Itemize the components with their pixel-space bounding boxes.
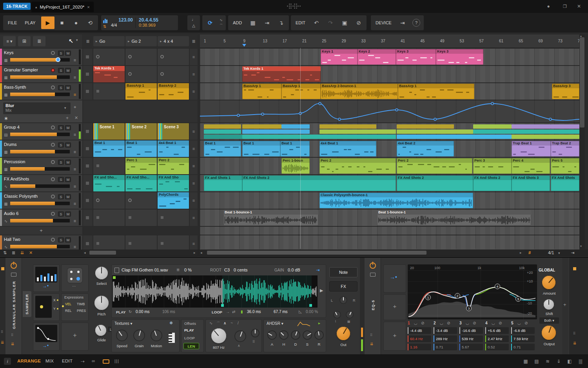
record-arm-button[interactable] (51, 160, 55, 164)
freeze-icon[interactable]: ❄ (169, 321, 173, 326)
play-length-value[interactable]: 106 ms (162, 310, 175, 314)
offset-loop[interactable]: LOOP (184, 336, 195, 340)
speaker-icon[interactable]: ◧ (565, 358, 574, 364)
launcher-clip[interactable]: Perc 1 (125, 158, 157, 174)
clip-stop-button[interactable] (86, 164, 89, 168)
eq-device-header[interactable]: EQ-5⠿⇊ (365, 258, 381, 355)
eq-add-slot-2[interactable]: + (383, 322, 406, 351)
cancel-icon[interactable]: ⊘ (352, 16, 365, 29)
launcher-clip[interactable]: Beat 1 (93, 140, 125, 157)
mute-button[interactable]: M (65, 237, 71, 242)
envelope-title[interactable]: AHDSR ▾ (267, 321, 283, 326)
solo-button[interactable]: S (58, 211, 64, 217)
slot-record-icon[interactable] (128, 72, 132, 76)
track-row-percussion[interactable]: PercussionSM▦≡ (0, 158, 82, 174)
eq-add-button-2[interactable]: + (383, 332, 406, 339)
eq-band-handle-2[interactable]: 2 (455, 293, 460, 299)
arc-icon[interactable]: ⌒ (218, 23, 225, 29)
curve-module[interactable]: →• (33, 322, 60, 351)
track-row-bass-synth[interactable]: Bass-SynthSM▦≡ (0, 83, 82, 100)
row-menu-icon[interactable]: ≡ (191, 146, 196, 151)
stop-button[interactable]: ■ (55, 16, 69, 29)
eq-band-power-icon[interactable]: ⊘ (447, 321, 450, 325)
clip-slot[interactable] (125, 235, 157, 250)
scene-play-icon[interactable]: ▸ (128, 39, 130, 43)
arranger-clip[interactable]: Perc 2 (319, 158, 396, 174)
arranger-clip[interactable]: Trap Beat 1 (512, 141, 551, 157)
eq-band-shape-icon[interactable]: ◡ (517, 321, 521, 325)
launcher-clip[interactable]: Scene 3 (158, 123, 189, 140)
time-sig-display[interactable]: 4/4 (111, 23, 133, 28)
launcher-clip[interactable]: Beat 1 (125, 140, 157, 157)
eq-band-gain[interactable]: -16.6 dB (459, 327, 483, 334)
rail-collapse-icon[interactable]: ⇊ (1, 340, 4, 344)
filter-shape-icon[interactable]: / (238, 321, 239, 325)
clip-stop-button[interactable] (86, 73, 89, 76)
window-indicator-icon[interactable]: ● (544, 2, 553, 10)
clip-slot[interactable] (93, 210, 125, 226)
project-close-icon[interactable]: × (87, 5, 90, 9)
mix-view-button[interactable]: MIX (45, 359, 54, 363)
filter-shape-icon[interactable]: ∿ (209, 321, 212, 325)
launcher-scroll-handle[interactable] (89, 251, 116, 255)
dice-mode-icon[interactable]: ⋯ (72, 284, 76, 288)
clip-stop-button[interactable] (86, 182, 89, 185)
row-menu-icon[interactable]: ≡ (191, 198, 196, 203)
clip-stop-button[interactable] (86, 147, 89, 150)
arranger-clip[interactable]: Beat 1 (280, 141, 310, 157)
dice-module[interactable]: ⋯ (61, 264, 89, 292)
mute-button[interactable]: M (65, 194, 71, 199)
track-row-group-4[interactable]: Group 4SM▤≡ (0, 123, 82, 140)
sampler-tab[interactable]: SAMPLER (23, 291, 31, 317)
slot-record-icon[interactable] (96, 199, 100, 202)
launcher-clip[interactable]: BassArp 1 (125, 83, 157, 100)
file-icon[interactable]: ▤ (532, 358, 541, 364)
env-d-knob[interactable] (291, 330, 300, 340)
zoom-grid-value[interactable]: 4/1 (548, 250, 554, 255)
copy-icon[interactable]: ▣ (338, 16, 351, 29)
clip-slot[interactable] (158, 235, 189, 250)
eq-band-freq[interactable]: 2.47 kHz (485, 335, 509, 342)
launcher-clip[interactable]: PolyChords (158, 192, 189, 209)
device-power-icon[interactable] (11, 262, 17, 269)
record-arm-button[interactable] (51, 238, 55, 242)
track-options-icon[interactable]: ≡ (72, 244, 78, 249)
out-knob[interactable] (336, 326, 350, 341)
eq-band-shape-icon[interactable]: ◡ (466, 321, 469, 325)
clip-slot[interactable] (93, 49, 125, 65)
row-menu-icon[interactable]: ≡ (191, 215, 196, 220)
mute-button[interactable]: M (65, 125, 71, 130)
eq-band-shape-icon[interactable]: ◡ (414, 321, 417, 325)
edit-menu-button[interactable]: EDIT (292, 16, 309, 29)
pin-icon[interactable]: ⌖ (74, 104, 76, 110)
clip-slot[interactable] (158, 49, 189, 65)
goto-end-icon[interactable]: ⇥ (571, 250, 574, 255)
filter-shape-icon[interactable]: ∧ (223, 321, 226, 325)
solo-button[interactable]: S (58, 142, 64, 148)
mod-route-icon[interactable]: →• (42, 283, 49, 289)
slot-record-icon[interactable] (160, 72, 164, 76)
row-menu-icon[interactable]: ≡ (191, 241, 196, 246)
vscroll-up-icon[interactable]: ▴ (580, 34, 582, 38)
zoom-caret-icon[interactable]: ▾ (558, 251, 560, 255)
row-menu-icon[interactable]: ≡ (191, 129, 196, 134)
send2-knob[interactable] (346, 311, 354, 319)
clip-slot[interactable] (93, 83, 125, 100)
record-arm-button[interactable] (51, 126, 55, 129)
eq-amount-knob[interactable] (542, 275, 556, 290)
link-icon[interactable]: ∞ (92, 359, 95, 363)
track-row-hall-two[interactable]: Hall TwoSM∿≡ (0, 235, 82, 250)
arranger-scroll-right-icon[interactable]: ▸ (520, 251, 522, 255)
clip-slot[interactable] (93, 192, 125, 209)
loop-length-value[interactable]: 67.7 ms (274, 310, 288, 314)
arranger-clip[interactable]: Beat 1 (204, 141, 241, 157)
track-options-icon[interactable]: ≡ (72, 75, 78, 80)
arranger-clip[interactable]: Classic Polysynth-bounce-1 (319, 193, 473, 208)
pointer-tool-icon[interactable]: ↖ (66, 36, 76, 46)
track-options-icon[interactable]: ≡ (72, 58, 78, 62)
cutoff-knob[interactable] (211, 328, 227, 344)
eq-band-gain[interactable]: -3.4 dB (434, 327, 457, 334)
device-expand-icon[interactable]: ⇊ (11, 342, 14, 346)
track-options-icon[interactable]: ≡ (72, 167, 78, 171)
mod-route-icon[interactable]: →• (42, 343, 49, 348)
